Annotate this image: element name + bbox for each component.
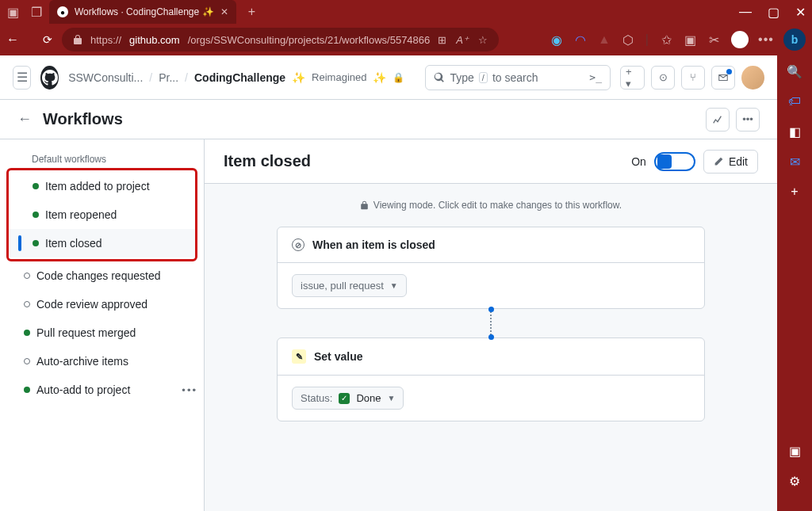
url-favorite-icon[interactable]: ☆ — [478, 34, 488, 46]
workflow-item-pr-merged[interactable]: Pull request merged — [0, 318, 204, 347]
extension-icon-1[interactable]: ◉ — [550, 33, 563, 46]
back-arrow-icon[interactable]: ← — [17, 111, 32, 128]
sidebar-heading: Default workflows — [0, 146, 204, 168]
workflow-label: Auto-archive items — [36, 355, 128, 368]
edge-sidebar: 🔍 🏷 ◧ ✉ + ▣ ⚙ — [777, 55, 812, 511]
clip-icon[interactable]: ✂ — [707, 33, 720, 46]
tab-close-icon[interactable]: ✕ — [220, 6, 228, 17]
profile-avatar[interactable] — [731, 31, 749, 48]
browser-tab-strip: ▣ ❐ ● Workflows · CodingChallenge ✨ ✕ + … — [0, 0, 812, 24]
nav-back-icon[interactable]: ← — [6, 33, 19, 46]
workflow-item-added[interactable]: Item added to project — [9, 172, 195, 200]
nav-refresh-icon[interactable]: ⟳ — [41, 33, 54, 46]
github-header: ☰ SSWConsulti... / Pr... / CodingChallen… — [0, 55, 777, 100]
breadcrumb-sep: / — [185, 71, 188, 84]
lock-icon — [360, 200, 369, 210]
workflow-item-auto-archive[interactable]: Auto-archive items — [0, 347, 204, 376]
favorites-icon[interactable]: ✩ — [660, 33, 672, 46]
status-dot-disabled — [24, 301, 30, 307]
workflow-connector — [490, 309, 492, 337]
workflow-item-changes-requested[interactable]: Code changes requested — [0, 261, 204, 290]
status-dot-enabled — [24, 387, 30, 393]
workflow-item-review-approved[interactable]: Code review approved — [0, 290, 204, 318]
trigger-filter-chip[interactable]: issue, pull request ▼ — [292, 274, 407, 297]
issues-button[interactable]: ⊙ — [651, 66, 675, 90]
status-field-label: Status: — [301, 392, 332, 404]
bing-chat-icon[interactable]: b — [783, 29, 806, 51]
extensions-menu-icon[interactable]: ⬡ — [622, 33, 634, 46]
sidebar-add-icon[interactable]: + — [787, 184, 802, 200]
edge-tabs-icon[interactable]: ❐ — [30, 6, 43, 18]
browser-tab-active[interactable]: ● Workflows · CodingChallenge ✨ ✕ — [49, 0, 236, 24]
github-favicon: ● — [57, 6, 68, 17]
sparkle-icon: ✨ — [373, 71, 386, 84]
url-path: /orgs/SSWConsulting/projects/21/workflow… — [188, 34, 431, 46]
status-dot-enabled — [33, 183, 39, 189]
workflow-item-reopened[interactable]: Item reopened — [9, 200, 195, 229]
action-card: ✎ Set value Status: ✓ Done ▼ — [277, 337, 705, 421]
search-input[interactable]: Type / to search >_ — [425, 65, 611, 90]
extension-icon-3[interactable]: ▲ — [598, 33, 611, 46]
workflows-header: ← Workflows ••• — [0, 100, 777, 139]
highlighted-workflows-annotation: Item added to project Item reopened Item… — [6, 168, 197, 261]
viewing-mode-hint: Viewing mode. Click edit to make changes… — [224, 200, 758, 211]
sidebar-tag-icon[interactable]: 🏷 — [787, 93, 802, 109]
nav-menu-button[interactable]: ☰ — [13, 66, 31, 90]
search-icon — [434, 72, 445, 83]
breadcrumb-org[interactable]: SSWConsulti... — [68, 71, 143, 84]
url-reader-icon[interactable]: A⁺ — [456, 34, 469, 46]
sidebar-outlook-icon[interactable]: ✉ — [787, 154, 802, 170]
pull-requests-button[interactable]: ⑂ — [681, 66, 705, 90]
action-value-chip[interactable]: Status: ✓ Done ▼ — [292, 387, 404, 410]
url-app-icon[interactable]: ⊞ — [438, 34, 446, 46]
workflows-sidebar: Default workflows Item added to project … — [0, 139, 205, 511]
workflow-item-more-icon[interactable]: ••• — [182, 384, 197, 396]
extension-icon-2[interactable]: ◠ — [574, 33, 587, 46]
workflow-item-auto-add[interactable]: Auto-add to project ••• — [0, 376, 204, 404]
github-logo[interactable] — [40, 66, 59, 90]
private-lock-icon: 🔒 — [393, 72, 404, 83]
more-options-button[interactable]: ••• — [736, 108, 760, 132]
trigger-title: When an item is closed — [312, 238, 435, 251]
workflow-label: Code review approved — [36, 298, 147, 311]
workflow-detail-header: Item closed On Edit — [205, 139, 777, 184]
workflow-label: Item reopened — [45, 208, 117, 221]
sidebar-settings-icon[interactable]: ⚙ — [787, 473, 802, 489]
workflow-enable-toggle[interactable] — [654, 152, 695, 171]
user-avatar[interactable] — [741, 66, 764, 90]
create-new-button[interactable]: + ▾ — [620, 66, 645, 90]
status-dot-enabled — [33, 212, 39, 218]
breadcrumb-project[interactable]: CodingChallenge — [194, 71, 285, 84]
breadcrumb: SSWConsulti... / Pr... / CodingChallenge… — [68, 71, 404, 84]
edge-workspaces-icon[interactable]: ▣ — [6, 6, 19, 18]
browser-menu-icon[interactable]: ••• — [760, 33, 772, 46]
status-dot-enabled — [24, 330, 30, 336]
collections-icon[interactable]: ▣ — [684, 33, 696, 46]
url-prefix: https:// — [90, 34, 121, 46]
sidebar-search-icon[interactable]: 🔍 — [787, 63, 802, 79]
notifications-button[interactable] — [711, 66, 735, 90]
window-minimize-icon[interactable]: — — [739, 5, 752, 20]
window-close-icon[interactable]: ✕ — [795, 5, 806, 20]
insights-button[interactable] — [706, 108, 730, 132]
toggle-knob — [657, 154, 672, 169]
edit-button[interactable]: Edit — [703, 150, 758, 174]
command-palette-hint[interactable]: >_ — [589, 71, 602, 83]
status-dot-disabled — [24, 273, 30, 279]
breadcrumb-projects[interactable]: Pr... — [159, 71, 178, 84]
sidebar-office-icon[interactable]: ◧ — [787, 124, 802, 139]
lock-icon — [73, 34, 82, 45]
workflow-item-closed[interactable]: Item closed — [9, 229, 195, 257]
sidebar-panel-icon[interactable]: ▣ — [787, 443, 802, 459]
trigger-chip-label: issue, pull request — [301, 280, 384, 292]
tab-title: Workflows · CodingChallenge ✨ — [75, 6, 214, 17]
set-value-icon: ✎ — [292, 349, 306, 364]
search-slash-key: / — [479, 72, 488, 83]
new-tab-button[interactable]: + — [246, 6, 259, 18]
status-dot-enabled — [33, 240, 39, 246]
address-bar[interactable]: https://github.com/orgs/SSWConsulting/pr… — [62, 28, 499, 51]
workflow-detail: Item closed On Edit Viewing mode. Click … — [205, 139, 777, 511]
window-maximize-icon[interactable]: ▢ — [768, 5, 779, 20]
chevron-down-icon: ▼ — [388, 394, 396, 402]
page-title: Workflows — [43, 110, 123, 128]
